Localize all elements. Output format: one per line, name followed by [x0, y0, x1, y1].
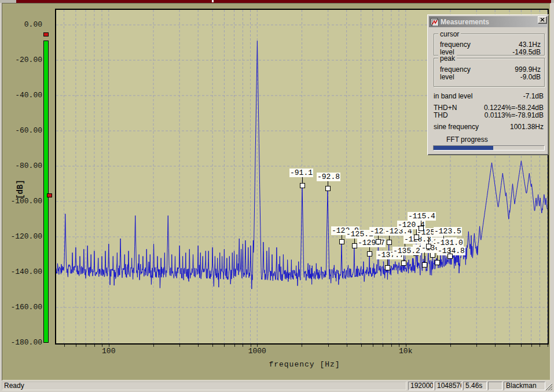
y-tick-label: -80.00 [3, 162, 42, 170]
x-minor-tick [94, 345, 95, 347]
peak-label: -91.1 [289, 168, 313, 177]
peak-marker [430, 252, 435, 258]
measurement-label: THD+N [434, 104, 457, 112]
x-minor-tick [234, 345, 235, 347]
peak-label-connector [369, 247, 370, 251]
peak-marker [325, 186, 331, 191]
x-axis-title: frequency [Hz] [255, 360, 354, 369]
y-tick-label: -100.00 [3, 197, 42, 206]
y-tick-label: -60.00 [3, 126, 42, 135]
measurements-window: Measurements cursorfrequency43.1Hzlevel-… [427, 14, 549, 155]
measurement-label: in band level [434, 92, 472, 100]
x-minor-tick [212, 345, 213, 347]
status-bar: Ready 19200010485765.46sBlackman [1, 380, 553, 391]
y-tick-label: 0.00 [3, 20, 42, 29]
measurement-label: THD [434, 111, 448, 119]
measurement-value: -149.5dB [512, 48, 541, 56]
level-meter-mark-tick [47, 193, 52, 197]
x-minor-tick [373, 345, 373, 347]
resize-grip-icon[interactable] [545, 383, 552, 390]
fft-progress-label: FFT progress [446, 135, 488, 144]
peak-label-connector [421, 221, 421, 226]
peak-label-connector [424, 252, 425, 262]
close-icon [540, 18, 545, 22]
status-ready: Ready [2, 382, 406, 390]
peak-marker [387, 240, 392, 245]
status-cell: Blackman [504, 382, 545, 390]
peak-marker [414, 235, 419, 240]
measurements-group-peak: peakfrequency999.9Hzlevel-9.0dB [434, 58, 545, 87]
x-minor-tick [521, 345, 522, 347]
measurement-value: -7.1dB [523, 92, 544, 100]
x-minor-tick [86, 345, 86, 347]
x-minor-tick [109, 345, 109, 347]
measurement-row: THD+N0.1224%=-58.24dB [427, 104, 549, 111]
fft-progress-bar [433, 145, 545, 151]
peak-label-connector [387, 259, 388, 265]
x-minor-tick [64, 345, 65, 347]
measurements-title: Measurements [441, 18, 489, 26]
x-minor-tick [383, 345, 383, 347]
measurement-label: sine frequency [434, 123, 479, 131]
measurements-window-icon [430, 18, 439, 26]
level-meter-peak-hold-tick [43, 32, 49, 36]
peak-label: -92.8 [317, 173, 340, 181]
measurement-value: 0.0113%=-78.91dB [485, 111, 544, 119]
x-minor-tick [476, 345, 477, 347]
peak-marker [339, 239, 344, 244]
measurement-row: sine frequency1001.38Hz [427, 123, 549, 130]
x-tick-label: 1000 [234, 347, 280, 356]
peak-label: -115.4 [408, 212, 436, 221]
measurement-label: frequency [440, 41, 471, 49]
status-cell [488, 382, 502, 390]
peak-label: -129.7 [357, 239, 386, 247]
peak-marker [367, 251, 372, 257]
peak-label-connector [302, 177, 303, 183]
x-minor-tick [257, 345, 258, 347]
x-minor-tick [347, 345, 347, 347]
y-tick-label: -180.00 [3, 338, 42, 347]
peak-marker [352, 243, 357, 248]
peak-label-connector [389, 236, 390, 240]
x-minor-tick [531, 345, 532, 347]
peak-label-connector [416, 229, 417, 235]
measurement-row: in band level-7.1dB [427, 92, 549, 100]
peak-marker [419, 226, 424, 231]
status-cell: 5.46s [463, 382, 487, 390]
x-minor-tick [495, 345, 496, 347]
peak-marker [422, 262, 427, 268]
top-strip-highlight [212, 0, 214, 2]
peak-marker [447, 254, 453, 259]
measurement-label: frequency [440, 65, 471, 74]
measurement-label: level [440, 73, 454, 81]
x-minor-tick [198, 345, 199, 347]
x-minor-tick [243, 345, 243, 347]
status-cell: 1048576 [435, 382, 462, 390]
x-minor-tick [102, 345, 102, 347]
peak-marker [300, 183, 305, 188]
measurement-row: THD0.0113%=-78.91dB [427, 111, 549, 119]
measurement-row: frequency999.9Hz [434, 65, 544, 73]
close-button[interactable] [538, 16, 547, 24]
fft-progress-fill [434, 146, 493, 150]
group-legend: peak [438, 54, 457, 63]
x-minor-tick [540, 345, 540, 347]
measurement-value: 43.1Hz [519, 41, 541, 49]
peak-marker [385, 265, 390, 270]
x-minor-tick [224, 345, 225, 347]
x-minor-tick [251, 345, 251, 347]
peak-label-connector [450, 247, 450, 254]
x-minor-tick [548, 345, 548, 347]
x-minor-tick [76, 345, 76, 347]
measurement-row: level-9.0dB [434, 73, 544, 80]
x-minor-tick [179, 345, 180, 347]
y-tick-label: -40.00 [3, 91, 42, 100]
measurements-titlebar[interactable]: Measurements [429, 16, 547, 27]
peak-label-connector [403, 255, 404, 261]
x-minor-tick [399, 345, 399, 347]
y-tick-label: -160.00 [3, 303, 42, 312]
x-tick-label: 100 [86, 347, 132, 356]
y-tick-label: -120.00 [3, 232, 42, 241]
x-minor-tick [391, 345, 392, 347]
y-tick-label: -140.00 [3, 268, 42, 276]
